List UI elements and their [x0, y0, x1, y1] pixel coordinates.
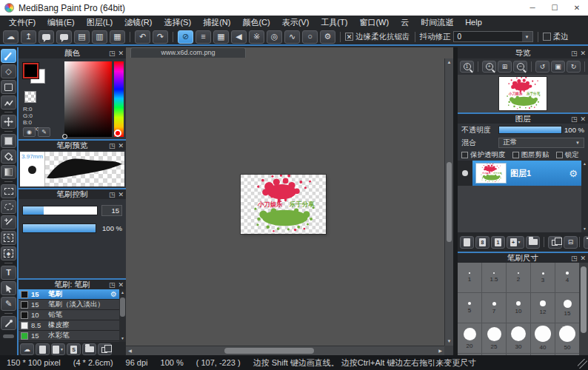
menu-item-snap[interactable]: 捕捉(N): [197, 17, 236, 28]
canvas-artwork[interactable]: 小刀娱乐乐于分享: [241, 175, 326, 234]
menu-item-layer[interactable]: 图层(L): [81, 17, 118, 28]
add-1bit-layer-button[interactable]: 1: [491, 236, 505, 249]
blend-mode-dropdown[interactable]: 正常 ▼: [498, 138, 584, 148]
select-pen-tool[interactable]: ✎: [1, 231, 16, 245]
popout-icon[interactable]: ◳: [571, 115, 578, 123]
rotate-reset-button[interactable]: ▣: [551, 61, 565, 73]
layer-settings-icon[interactable]: ⚙: [569, 168, 578, 179]
brush-size-cell[interactable]: 30: [507, 323, 530, 353]
document-button[interactable]: ▤: [74, 30, 90, 44]
protect-alpha-check[interactable]: 保护透明度: [461, 150, 506, 160]
brush-size-cell[interactable]: 4: [555, 263, 579, 292]
popout-icon[interactable]: ◳: [109, 142, 116, 149]
close-icon[interactable]: ✕: [118, 50, 124, 57]
redo-button[interactable]: ↷: [153, 30, 168, 44]
foreground-color-swatch[interactable]: [23, 63, 39, 78]
toolstrip-resize-handle[interactable]: [3, 334, 14, 338]
zoom-in-button[interactable]: +: [482, 61, 496, 73]
navigator-thumbnail[interactable]: 小刀娱乐乐于分享: [499, 77, 547, 110]
zoom-fit-button[interactable]: ⊞: [498, 61, 512, 73]
snap-off-button[interactable]: ⊘: [178, 30, 193, 44]
brush-size-cell[interactable]: 20: [458, 323, 481, 353]
maximize-button[interactable]: ☐: [544, 0, 566, 16]
menu-item-color[interactable]: 颜色(C): [236, 17, 275, 28]
polyline-tool[interactable]: [1, 95, 16, 110]
brush-size-slider[interactable]: [22, 206, 98, 215]
scroll-up-icon[interactable]: ▲: [581, 161, 588, 167]
shape-brush-tool[interactable]: [1, 80, 16, 94]
close-button[interactable]: ✕: [566, 0, 588, 16]
transparent-color-swatch[interactable]: [24, 91, 36, 103]
brush-size-cell[interactable]: 10: [507, 293, 530, 323]
add-8bit-layer-button[interactable]: 8: [475, 236, 490, 249]
scroll-right-icon[interactable]: ▶: [436, 346, 444, 355]
text-tool[interactable]: T: [1, 266, 16, 280]
rotate-cw-button[interactable]: ↻: [567, 61, 581, 73]
snap-grid-button[interactable]: ▦: [213, 30, 229, 44]
brush-opacity-slider[interactable]: [22, 223, 96, 233]
brush-list-scrollbar[interactable]: ▲ ▼: [119, 289, 126, 342]
delete-layer-button[interactable]: [584, 236, 588, 249]
snap-vanishing-button[interactable]: ◀: [231, 30, 247, 44]
menu-item-timelapse[interactable]: 时间流逝: [415, 17, 459, 28]
scroll-thumb[interactable]: [224, 348, 313, 354]
palette-button[interactable]: ◉: [23, 127, 36, 137]
add-layer-button[interactable]: [460, 236, 474, 249]
hue-marker[interactable]: [114, 130, 121, 137]
scroll-up-icon[interactable]: ▲: [445, 58, 453, 67]
menu-item-file[interactable]: 文件(F): [3, 17, 41, 28]
canvas-vertical-scrollbar[interactable]: ▲ ▼: [444, 58, 453, 346]
brush-list-item[interactable]: 15笔刷（淡入淡出）: [19, 300, 119, 310]
popout-icon[interactable]: ◳: [571, 50, 578, 57]
merge-layer-button[interactable]: ⊟: [564, 236, 578, 249]
brush-size-cell[interactable]: 3: [531, 263, 555, 292]
snap-settings-button[interactable]: ⚙: [320, 30, 335, 44]
zoom-out-button[interactable]: −: [513, 61, 527, 73]
snap-parallel-button[interactable]: ≡: [196, 30, 211, 44]
menu-item-cloud[interactable]: 云: [395, 17, 415, 28]
duplicate-layer-button[interactable]: [548, 236, 562, 249]
palette-edit-button[interactable]: ✎: [38, 127, 50, 137]
menu-item-tool[interactable]: 工具(T): [315, 17, 353, 28]
cloud-button[interactable]: ☁: [3, 30, 19, 44]
magic-wand-tool[interactable]: [1, 215, 16, 229]
select-rect-tool[interactable]: [1, 184, 16, 198]
brush-tool[interactable]: [1, 49, 16, 63]
soft-edge-checkbox[interactable]: [543, 33, 551, 41]
close-icon[interactable]: ✕: [118, 281, 124, 289]
menu-item-view[interactable]: 表示(V): [276, 17, 315, 28]
brush-size-cell[interactable]: 7: [482, 293, 506, 323]
scroll-down-icon[interactable]: ▼: [581, 226, 588, 232]
brush-size-cell[interactable]: 25: [482, 323, 506, 353]
comment-button[interactable]: [39, 30, 54, 44]
brush-settings-icon[interactable]: ⚙: [110, 290, 117, 298]
brush-list-item[interactable]: 15水彩笔: [19, 331, 119, 341]
snap-ellipse-button[interactable]: ○: [302, 30, 318, 44]
material-grid-button[interactable]: ▦: [110, 30, 125, 44]
snap-circle-button[interactable]: ◎: [267, 30, 282, 44]
layer-visibility-toggle[interactable]: [458, 161, 472, 186]
brush-cloud-button[interactable]: ☁: [20, 343, 34, 355]
add-layer-menu-button[interactable]: +▼: [507, 236, 524, 249]
brush-size-cell[interactable]: 15: [555, 293, 579, 323]
saturation-value-picker[interactable]: [64, 61, 112, 137]
brush-size-cell[interactable]: 50: [555, 323, 579, 353]
close-icon[interactable]: ✕: [580, 50, 586, 57]
popout-icon[interactable]: ◳: [109, 281, 116, 289]
menu-item-window[interactable]: 窗口(W): [353, 17, 395, 28]
close-icon[interactable]: ✕: [118, 191, 124, 198]
lasso-tool[interactable]: [1, 200, 16, 214]
brush-size-cell[interactable]: 1.5: [482, 263, 506, 292]
panel-list-button[interactable]: ▥: [92, 30, 107, 44]
brush-folder-button[interactable]: [82, 343, 96, 355]
popout-icon[interactable]: ◳: [109, 191, 116, 198]
antialias-checkbox[interactable]: [345, 33, 353, 41]
brush-list-item[interactable]: 10铅笔: [19, 310, 119, 320]
resize-grip[interactable]: [578, 359, 587, 369]
brush-size-cell[interactable]: 12: [531, 293, 555, 323]
brush-script-button[interactable]: S: [67, 343, 81, 355]
brush-duplicate-button[interactable]: [98, 343, 112, 355]
operation-tool[interactable]: [1, 281, 16, 295]
scroll-down-icon[interactable]: ▼: [119, 335, 126, 342]
chat-button[interactable]: [56, 30, 72, 44]
